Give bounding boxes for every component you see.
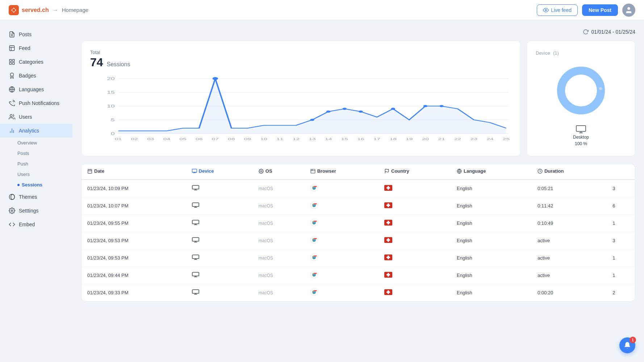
chrome-row-icon xyxy=(310,271,318,278)
svg-text:03: 03 xyxy=(147,137,154,141)
new-post-button[interactable]: New Post xyxy=(582,4,618,16)
cell-count: 1 xyxy=(607,266,635,284)
sessions-table: Date Device xyxy=(81,164,635,301)
avatar[interactable] xyxy=(622,4,635,17)
flag-ch xyxy=(384,272,392,278)
svg-text:12: 12 xyxy=(293,137,300,141)
device-title: Device (1) xyxy=(536,50,626,56)
cell-duration: 0:11:42 xyxy=(532,197,607,214)
col-duration[interactable]: Duration xyxy=(532,164,607,180)
monitor-icon xyxy=(192,169,197,174)
sidebar-item-label: Analytics xyxy=(19,128,39,134)
eye-icon xyxy=(543,7,549,13)
cell-date: 01/23/24, 09:53 PM xyxy=(81,249,186,266)
sidebar-sub-item-sessions[interactable]: Sessions xyxy=(17,180,72,190)
users-sub-label: Users xyxy=(17,172,30,177)
table-row[interactable]: 01/23/24, 09:53 PM macOS English active xyxy=(81,249,635,266)
logo[interactable]: served.ch xyxy=(9,5,49,15)
chrome-row-icon xyxy=(310,219,318,226)
col-device[interactable]: Device xyxy=(186,164,253,180)
svg-point-127 xyxy=(313,291,315,293)
sidebar-item-feed[interactable]: Feed xyxy=(0,41,72,55)
cell-device xyxy=(186,249,253,266)
cell-duration: 0:05:21 xyxy=(532,180,607,197)
cell-device xyxy=(186,214,253,232)
flag-ch xyxy=(384,289,392,295)
svg-text:08: 08 xyxy=(228,137,235,141)
sidebar-sub-item-push[interactable]: Push xyxy=(17,159,72,169)
notification-button[interactable]: 1 xyxy=(619,337,635,353)
chart-card: Total 74 Sessions 20 15 xyxy=(81,41,521,156)
chart-area: 20 15 10 5 0 xyxy=(90,75,512,147)
table-row[interactable]: 01/23/24, 09:53 PM macOS English active xyxy=(81,232,635,249)
table-row[interactable]: 01/23/24, 10:07 PM macOS English 0:11:42 xyxy=(81,197,635,214)
cell-language: English xyxy=(451,232,532,249)
sidebar-item-push-notifications[interactable]: Push Notifications xyxy=(0,96,72,110)
svg-rect-72 xyxy=(88,169,92,173)
svg-rect-122 xyxy=(192,290,198,293)
monitor-row-icon xyxy=(192,289,199,295)
analytics-icon xyxy=(9,127,15,134)
cell-country xyxy=(379,249,451,266)
flag-ch xyxy=(384,254,392,260)
sidebar-item-languages[interactable]: Languages xyxy=(0,83,72,96)
browser-icon xyxy=(310,169,315,174)
svg-text:01: 01 xyxy=(115,137,122,141)
sidebar-item-users[interactable]: Users xyxy=(0,110,72,124)
monitor-row-icon xyxy=(192,237,199,243)
table-row[interactable]: 01/23/24, 09:55 PM macOS English 0:10:49 xyxy=(81,214,635,232)
table-row[interactable]: 01/23/24, 09:33 PM macOS English 0:00:20 xyxy=(81,284,635,301)
push-label: Push xyxy=(17,161,28,167)
svg-point-78 xyxy=(260,171,262,172)
desktop-pct: 100 % xyxy=(575,141,587,146)
svg-point-2 xyxy=(545,9,547,11)
sidebar-item-categories[interactable]: Categories xyxy=(0,55,72,69)
sidebar-item-label: Push Notifications xyxy=(19,100,59,106)
sidebar-item-label: Badges xyxy=(19,73,36,79)
table-row[interactable]: 01/23/24, 10:09 PM macOS English 0:05:21 xyxy=(81,180,635,197)
svg-rect-104 xyxy=(192,237,198,241)
cell-country xyxy=(379,180,451,197)
cell-browser xyxy=(305,180,379,197)
sidebar-item-themes[interactable]: Themes xyxy=(0,190,72,204)
col-browser[interactable]: Browser xyxy=(305,164,379,180)
refresh-icon[interactable] xyxy=(583,29,589,35)
cell-country xyxy=(379,284,451,301)
svg-text:20: 20 xyxy=(422,137,429,141)
table-body: 01/23/24, 10:09 PM macOS English 0:05:21 xyxy=(81,180,635,301)
posts-icon xyxy=(9,31,15,38)
col-country[interactable]: Country xyxy=(379,164,451,180)
col-language[interactable]: Language xyxy=(451,164,532,180)
donut-chart xyxy=(552,62,610,119)
flag-ch xyxy=(384,185,392,191)
sidebar-item-posts[interactable]: Posts xyxy=(0,28,72,41)
sidebar-item-settings[interactable]: Setttings xyxy=(0,204,72,218)
svg-point-91 xyxy=(313,187,315,189)
svg-text:07: 07 xyxy=(212,137,219,141)
sidebar-item-badges[interactable]: Badges xyxy=(0,69,72,83)
sidebar-sub-item-users[interactable]: Users xyxy=(17,169,72,180)
table-row[interactable]: 01/23/24, 09:44 PM macOS English active xyxy=(81,266,635,284)
settings-icon xyxy=(9,207,15,214)
col-os[interactable]: OS xyxy=(253,164,305,180)
chrome-row-icon xyxy=(310,236,318,244)
overview-label: Overview xyxy=(17,140,37,146)
sidebar-sub-item-posts[interactable]: Posts xyxy=(17,148,72,159)
cell-language: English xyxy=(451,266,532,284)
live-feed-button[interactable]: Live feed xyxy=(537,4,578,16)
cell-os: macOS xyxy=(253,180,305,197)
svg-point-37 xyxy=(423,105,428,107)
table-scroll: Date Device xyxy=(81,164,635,301)
svg-point-35 xyxy=(359,110,363,113)
cell-language: English xyxy=(451,197,532,214)
sidebar-item-embed[interactable]: Embed xyxy=(0,218,72,231)
cell-country xyxy=(379,197,451,214)
sidebar-sub-item-overview[interactable]: Overview xyxy=(17,138,72,148)
device-legend: Desktop 100 % xyxy=(573,125,589,146)
cell-country xyxy=(379,232,451,249)
col-date[interactable]: Date xyxy=(81,164,186,180)
feed-icon xyxy=(9,45,15,51)
sidebar-item-analytics[interactable]: Analytics xyxy=(0,124,72,138)
sidebar-item-label: Languages xyxy=(19,87,44,92)
sidebar-item-label: Posts xyxy=(19,31,32,37)
